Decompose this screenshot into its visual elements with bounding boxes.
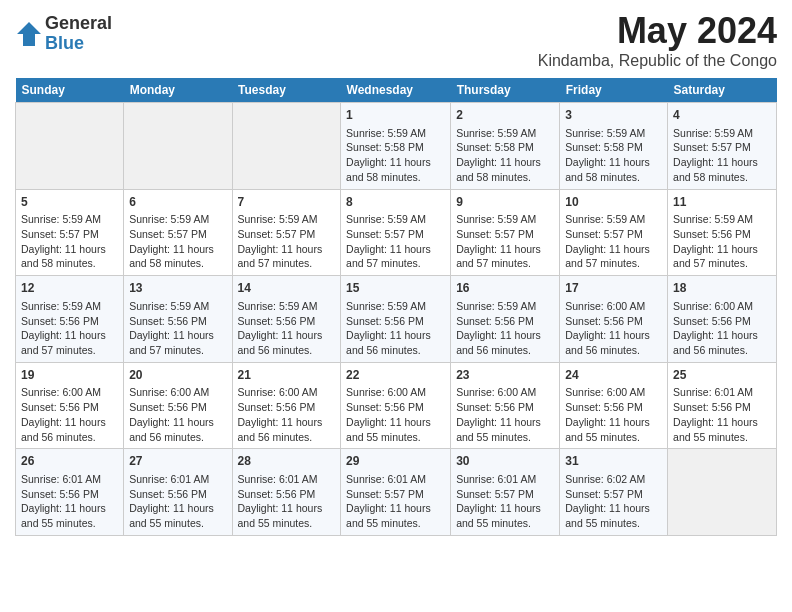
day-cell: 13Sunrise: 5:59 AM Sunset: 5:56 PM Dayli… (124, 276, 232, 363)
day-cell: 19Sunrise: 6:00 AM Sunset: 5:56 PM Dayli… (16, 362, 124, 449)
day-info: Sunrise: 6:01 AM Sunset: 5:57 PM Dayligh… (346, 473, 431, 529)
day-number: 4 (673, 107, 771, 124)
day-cell (124, 103, 232, 190)
day-info: Sunrise: 5:59 AM Sunset: 5:57 PM Dayligh… (456, 213, 541, 269)
logo-general: General (45, 14, 112, 34)
day-number: 29 (346, 453, 445, 470)
subtitle: Kindamba, Republic of the Congo (538, 52, 777, 70)
day-cell (668, 449, 777, 536)
day-number: 20 (129, 367, 226, 384)
day-number: 23 (456, 367, 554, 384)
day-cell (16, 103, 124, 190)
day-info: Sunrise: 6:00 AM Sunset: 5:56 PM Dayligh… (238, 386, 323, 442)
weekday-header-thursday: Thursday (451, 78, 560, 103)
day-cell: 6Sunrise: 5:59 AM Sunset: 5:57 PM Daylig… (124, 189, 232, 276)
day-number: 2 (456, 107, 554, 124)
day-cell: 15Sunrise: 5:59 AM Sunset: 5:56 PM Dayli… (341, 276, 451, 363)
day-number: 16 (456, 280, 554, 297)
day-number: 19 (21, 367, 118, 384)
day-cell: 9Sunrise: 5:59 AM Sunset: 5:57 PM Daylig… (451, 189, 560, 276)
weekday-header-wednesday: Wednesday (341, 78, 451, 103)
day-cell: 27Sunrise: 6:01 AM Sunset: 5:56 PM Dayli… (124, 449, 232, 536)
day-info: Sunrise: 5:59 AM Sunset: 5:57 PM Dayligh… (346, 213, 431, 269)
day-cell: 28Sunrise: 6:01 AM Sunset: 5:56 PM Dayli… (232, 449, 341, 536)
day-cell: 23Sunrise: 6:00 AM Sunset: 5:56 PM Dayli… (451, 362, 560, 449)
day-number: 14 (238, 280, 336, 297)
day-info: Sunrise: 5:59 AM Sunset: 5:56 PM Dayligh… (21, 300, 106, 356)
day-cell: 17Sunrise: 6:00 AM Sunset: 5:56 PM Dayli… (560, 276, 668, 363)
weekday-header-row: SundayMondayTuesdayWednesdayThursdayFrid… (16, 78, 777, 103)
day-info: Sunrise: 5:59 AM Sunset: 5:56 PM Dayligh… (456, 300, 541, 356)
weekday-header-friday: Friday (560, 78, 668, 103)
day-cell: 10Sunrise: 5:59 AM Sunset: 5:57 PM Dayli… (560, 189, 668, 276)
day-number: 3 (565, 107, 662, 124)
day-info: Sunrise: 6:01 AM Sunset: 5:56 PM Dayligh… (21, 473, 106, 529)
day-number: 13 (129, 280, 226, 297)
day-info: Sunrise: 5:59 AM Sunset: 5:56 PM Dayligh… (673, 213, 758, 269)
day-info: Sunrise: 6:00 AM Sunset: 5:56 PM Dayligh… (565, 386, 650, 442)
day-number: 17 (565, 280, 662, 297)
logo-text: General Blue (45, 14, 112, 54)
day-info: Sunrise: 5:59 AM Sunset: 5:57 PM Dayligh… (565, 213, 650, 269)
day-cell: 29Sunrise: 6:01 AM Sunset: 5:57 PM Dayli… (341, 449, 451, 536)
day-info: Sunrise: 6:00 AM Sunset: 5:56 PM Dayligh… (21, 386, 106, 442)
day-number: 11 (673, 194, 771, 211)
day-cell: 1Sunrise: 5:59 AM Sunset: 5:58 PM Daylig… (341, 103, 451, 190)
day-number: 9 (456, 194, 554, 211)
day-cell: 8Sunrise: 5:59 AM Sunset: 5:57 PM Daylig… (341, 189, 451, 276)
week-row-5: 26Sunrise: 6:01 AM Sunset: 5:56 PM Dayli… (16, 449, 777, 536)
day-info: Sunrise: 5:59 AM Sunset: 5:57 PM Dayligh… (673, 127, 758, 183)
title-block: May 2024 Kindamba, Republic of the Congo (538, 10, 777, 70)
day-cell: 14Sunrise: 5:59 AM Sunset: 5:56 PM Dayli… (232, 276, 341, 363)
day-info: Sunrise: 5:59 AM Sunset: 5:56 PM Dayligh… (346, 300, 431, 356)
weekday-header-sunday: Sunday (16, 78, 124, 103)
week-row-2: 5Sunrise: 5:59 AM Sunset: 5:57 PM Daylig… (16, 189, 777, 276)
day-number: 6 (129, 194, 226, 211)
day-cell: 26Sunrise: 6:01 AM Sunset: 5:56 PM Dayli… (16, 449, 124, 536)
day-info: Sunrise: 5:59 AM Sunset: 5:56 PM Dayligh… (129, 300, 214, 356)
day-info: Sunrise: 6:00 AM Sunset: 5:56 PM Dayligh… (129, 386, 214, 442)
day-info: Sunrise: 5:59 AM Sunset: 5:57 PM Dayligh… (238, 213, 323, 269)
day-info: Sunrise: 6:01 AM Sunset: 5:56 PM Dayligh… (129, 473, 214, 529)
day-number: 31 (565, 453, 662, 470)
weekday-header-monday: Monday (124, 78, 232, 103)
day-number: 27 (129, 453, 226, 470)
day-cell: 30Sunrise: 6:01 AM Sunset: 5:57 PM Dayli… (451, 449, 560, 536)
weekday-header-tuesday: Tuesday (232, 78, 341, 103)
day-cell: 12Sunrise: 5:59 AM Sunset: 5:56 PM Dayli… (16, 276, 124, 363)
day-cell: 16Sunrise: 5:59 AM Sunset: 5:56 PM Dayli… (451, 276, 560, 363)
day-number: 28 (238, 453, 336, 470)
day-info: Sunrise: 6:00 AM Sunset: 5:56 PM Dayligh… (673, 300, 758, 356)
weekday-header-saturday: Saturday (668, 78, 777, 103)
day-info: Sunrise: 5:59 AM Sunset: 5:58 PM Dayligh… (456, 127, 541, 183)
day-info: Sunrise: 5:59 AM Sunset: 5:58 PM Dayligh… (346, 127, 431, 183)
day-info: Sunrise: 6:01 AM Sunset: 5:56 PM Dayligh… (673, 386, 758, 442)
day-number: 22 (346, 367, 445, 384)
day-info: Sunrise: 6:00 AM Sunset: 5:56 PM Dayligh… (456, 386, 541, 442)
day-number: 1 (346, 107, 445, 124)
week-row-1: 1Sunrise: 5:59 AM Sunset: 5:58 PM Daylig… (16, 103, 777, 190)
day-number: 25 (673, 367, 771, 384)
day-info: Sunrise: 6:01 AM Sunset: 5:57 PM Dayligh… (456, 473, 541, 529)
day-info: Sunrise: 5:59 AM Sunset: 5:58 PM Dayligh… (565, 127, 650, 183)
day-info: Sunrise: 5:59 AM Sunset: 5:57 PM Dayligh… (21, 213, 106, 269)
day-cell: 2Sunrise: 5:59 AM Sunset: 5:58 PM Daylig… (451, 103, 560, 190)
week-row-3: 12Sunrise: 5:59 AM Sunset: 5:56 PM Dayli… (16, 276, 777, 363)
day-cell: 18Sunrise: 6:00 AM Sunset: 5:56 PM Dayli… (668, 276, 777, 363)
day-cell: 25Sunrise: 6:01 AM Sunset: 5:56 PM Dayli… (668, 362, 777, 449)
svg-marker-0 (17, 22, 41, 46)
week-row-4: 19Sunrise: 6:00 AM Sunset: 5:56 PM Dayli… (16, 362, 777, 449)
day-info: Sunrise: 6:00 AM Sunset: 5:56 PM Dayligh… (565, 300, 650, 356)
day-info: Sunrise: 6:02 AM Sunset: 5:57 PM Dayligh… (565, 473, 650, 529)
day-cell: 31Sunrise: 6:02 AM Sunset: 5:57 PM Dayli… (560, 449, 668, 536)
day-cell (232, 103, 341, 190)
calendar-table: SundayMondayTuesdayWednesdayThursdayFrid… (15, 78, 777, 536)
day-info: Sunrise: 6:00 AM Sunset: 5:56 PM Dayligh… (346, 386, 431, 442)
day-number: 5 (21, 194, 118, 211)
day-cell: 3Sunrise: 5:59 AM Sunset: 5:58 PM Daylig… (560, 103, 668, 190)
logo-icon (15, 20, 43, 48)
day-number: 8 (346, 194, 445, 211)
logo: General Blue (15, 14, 112, 54)
main-title: May 2024 (538, 10, 777, 52)
day-cell: 11Sunrise: 5:59 AM Sunset: 5:56 PM Dayli… (668, 189, 777, 276)
